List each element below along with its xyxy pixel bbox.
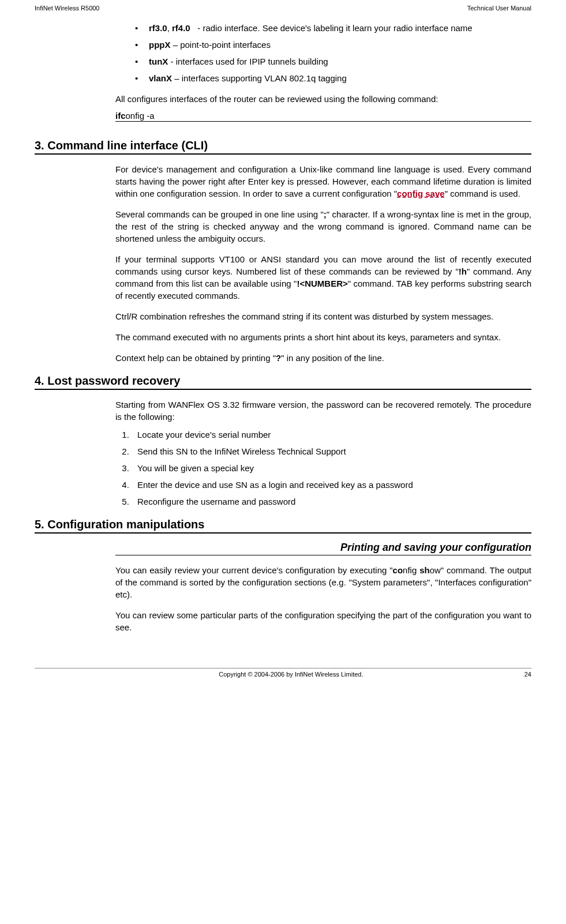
section-3-heading: 3. Command line interface (CLI) [35,139,531,155]
paragraph: Ctrl/R combination refreshes the command… [115,310,531,322]
recovery-steps-list: Locate your device's serial number Send … [115,429,531,508]
paragraph: Context help can be obtained by printing… [115,352,531,364]
bold-char: ? [276,353,281,363]
text-part: " command is used. [445,189,520,198]
bold-part: sh [419,565,430,575]
paragraph: For device's management and configuratio… [115,163,531,200]
cmd-bold-part: ifc [115,111,126,121]
bullet-text: – point-to-point interfaces [173,40,271,50]
text-part: You can easily review your current devic… [115,565,393,575]
bullet-item: rf3.0, rf4.0 - radio interface. See devi… [133,22,531,34]
text-part: nfig [403,565,419,575]
subsection-heading: Printing and saving your configuration [115,542,531,555]
list-item: Send this SN to the InfiNet Wireless Tec… [132,445,531,457]
paragraph: The command executed with no arguments p… [115,331,531,343]
section-5-heading: 5. Configuration manipulations [35,518,531,534]
intro-paragraph: All configures interfaces of the router … [115,93,531,105]
header-right: Technical User Manual [467,5,531,12]
page-footer: Copyright © 2004-2006 by InfiNet Wireles… [35,668,531,678]
bullet-text: - interfaces used for IPIP tunnels build… [171,57,328,66]
intro-bullet-list: rf3.0, rf4.0 - radio interface. See devi… [115,22,531,84]
paragraph: Several commands can be grouped in one l… [115,208,531,245]
bullet-text: - radio interface. See device's labeling… [197,23,472,33]
bullet-item: tunX - interfaces used for IPIP tunnels … [133,55,531,67]
list-item: Locate your device's serial number [132,429,531,441]
bold-cmd: !h [459,266,467,276]
bullet-text: – interfaces supporting VLAN 802.1q tagg… [174,73,347,83]
bold-cmd: !<NUMBER> [297,279,347,288]
paragraph: You can review some particular parts of … [115,609,531,633]
copyright-text: Copyright © 2004-2006 by InfiNet Wireles… [58,671,524,678]
text-part: Several commands can be grouped in one l… [115,209,324,219]
bullet-keyword: vlanX [149,73,172,83]
list-item: You will be given a special key [132,462,531,474]
config-save-link[interactable]: config save [397,189,445,198]
section-4-heading: 4. Lost password recovery [35,374,531,390]
bullet-keyword: pppX [149,40,171,50]
bullet-item: pppX – point-to-point interfaces [133,39,531,51]
paragraph: If your terminal supports VT100 or ANSI … [115,253,531,302]
list-item: Reconfigure the username and password [132,495,531,508]
text-part: Context help can be obtained by printing… [115,353,276,363]
cmd-rest: onfig -a [126,111,155,121]
paragraph: You can easily review your current devic… [115,564,531,600]
bold-part: co [393,565,403,575]
bullet-keyword: rf3.0 [149,23,167,33]
paragraph: Starting from WANFlex OS 3.32 firmware v… [115,399,531,423]
text-part: " in any position of the line. [281,353,384,363]
header-left: InfiNet Wireless R5000 [35,5,100,12]
page-number: 24 [524,671,531,678]
list-item: Enter the device and use SN as a login a… [132,479,531,491]
bullet-keyword: tunX [149,57,168,66]
bullet-item: vlanX – interfaces supporting VLAN 802.1… [133,72,531,84]
bullet-keyword: rf4.0 [172,23,190,33]
command-example: ifconfig -a [115,111,531,122]
